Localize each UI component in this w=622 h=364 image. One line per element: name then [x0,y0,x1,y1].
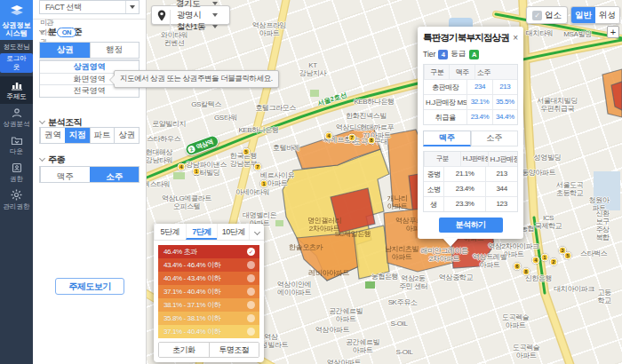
map-mode-switch: 일반 위성 [570,6,620,24]
summary-row: H.J판매장 MS 32.1% 35.5% [424,94,517,109]
chevron-down-icon [39,118,45,124]
chevron-down-icon [125,1,139,13]
analyze-button[interactable]: 분석하기 [439,218,503,233]
chart-icon [11,80,23,91]
person-pin-icon [11,107,23,118]
select-dropdown[interactable]: FACT 선택 [39,0,140,14]
org-button[interactable]: 지점 [65,128,90,143]
legend-radio[interactable]: ✓ [247,248,255,256]
org-buttons: 권역 지점 파트 상권 [39,127,140,144]
legend-range-row[interactable]: 35.8% - 38.1% 이하 ✓ [158,312,259,325]
detail-header-cell: H.J판매장 [488,152,517,166]
liquor-detail-tab[interactable]: 소주 [471,131,519,146]
org-button[interactable]: 권역 [40,128,65,143]
district-title: 특판경기북부지점상권 [423,32,509,44]
legend-radio[interactable]: ✓ [247,328,255,336]
chevron-down-icon [39,155,45,162]
legend-range-row[interactable]: 40.4% - 43.4% 이하 ✓ [158,272,259,285]
org-button[interactable]: 상권 [114,128,139,143]
sidebar-item-admin[interactable]: 관리권한 [0,186,33,214]
download-folder-icon [11,135,23,146]
permission-icon [11,162,23,173]
legend-range-row[interactable]: 37.1% - 40.4% 이하 ✓ [158,325,259,338]
legend-radio[interactable]: ✓ [247,301,255,309]
sidebar-item-label: 관리권한 [4,202,30,211]
logout-button[interactable]: 로그아웃 [0,53,33,73]
legend-range-row[interactable]: 38.1% - 37.1% 이하 ✓ [158,298,259,312]
sidebar-item-thememap[interactable]: 주제도 [0,76,33,104]
legend-panel: 5단계 7단계 10단계 46.4% 초과 ✓ 43.4% - 46.4% 이하… [154,224,264,362]
legend-range-row[interactable]: 37.1% - 40.4% 이하 ✓ [158,285,259,298]
sidebar-item-label: 권한 [10,175,23,184]
legend-step-tab[interactable]: 10단계 [217,224,249,240]
app-logo[interactable]: 상권정보 시스템 [0,0,33,40]
map-hint-tooltip: 지도에서 상권 또는 상권주변을 더블클릭하세요. [114,70,279,88]
park-area [365,281,375,289]
app-window: 역삼프라임 아파트 와이타워 컨벤션 KT 강남지사 GS칼텍스 GS타워 호텔… [0,0,622,364]
summary-header-cell: 맥주 [449,65,474,79]
park-area [310,90,319,97]
summary-row: 취급율 23.4% 34.4% [424,109,517,124]
summary-header-cell: 소주 [474,65,492,79]
business-toggle-button[interactable]: ✓ 업소 [526,6,568,24]
opacity-button[interactable]: 투명조절 [209,343,259,357]
org-button[interactable]: 파트 [90,128,115,143]
app-title: 상권정보 시스템 [1,21,32,37]
region-dropdown[interactable]: 철산1동 [170,21,224,33]
detail-header-cell: 구분 [424,152,460,166]
tier-grade-row: Tier 4 등급 A [423,49,518,59]
zoom-in-button[interactable]: + [607,26,619,38]
legend-radio[interactable]: ✓ [247,261,255,269]
app-sidebar: 상권정보 시스템 정도전님 로그아웃 주제도 상권분석 다운 [0,0,33,364]
park-area [275,220,283,226]
liquor-button[interactable]: 맥주 [40,167,90,182]
section-analysis-standard[interactable]: 분석기준 미관리상권 ON [40,26,82,38]
legend-radio[interactable]: ✓ [247,288,255,296]
sidebar-item-label: 주제도 [6,92,27,101]
liquor-button[interactable]: 소주 [90,167,140,182]
gear-icon [11,189,22,201]
section-liquor[interactable]: 주종 [40,154,65,166]
liquor-detail-tabs: 맥주 소주 [423,131,518,146]
username: 정도전님 [0,43,33,51]
close-icon[interactable]: × [513,34,518,43]
legend-range-row[interactable]: 43.4% - 46.4% 이하 ✓ [158,258,259,272]
legend-collapse-button[interactable] [249,224,264,240]
legend-radio[interactable]: ✓ [247,274,255,282]
sidebar-item-permission[interactable]: 권한 [0,159,33,186]
detail-header-cell: H.J판매장MS [460,152,488,166]
detail-table: 구분 H.J판매장MS H.J판매장 중병 21.1% 213 소병 23.4%… [423,151,518,212]
region-select-bar: 경기도 광명시 철산1동 [151,5,230,25]
on-toggle-pill[interactable]: ON [57,28,76,37]
region-dropdown[interactable]: 광명시 [170,10,224,21]
legend-range-row[interactable]: 46.4% 초과 ✓ [158,245,259,258]
map-type-controls: ✓ 업소 일반 위성 [526,6,620,24]
sidebar-item-analysis[interactable]: 상권분석 [0,104,33,131]
grade-badge: A [469,50,479,59]
legend-radio[interactable]: ✓ [247,314,255,322]
view-thememap-button[interactable]: 주제도보기 [55,278,124,295]
chevron-down-icon [212,2,218,5]
sidebar-item-label: 상권분석 [4,120,30,129]
region-dropdown[interactable]: 경기도 [170,0,224,10]
legend-rows: 46.4% 초과 ✓ 43.4% - 46.4% 이하 ✓ 40.4% - 43… [158,245,259,338]
tier-badge: 4 [438,50,448,59]
legend-step-tab[interactable]: 7단계 [186,224,218,240]
district-info-panel: 특판경기북부지점상권 × Tier 4 등급 A 구분 맥주 소주 총판매장 2… [418,27,523,239]
filter-panel: 기준월 2018년 03월 분석기준 미관리상권 ON 상권 행정 상권영역 화… [33,0,147,364]
legend-step-tab[interactable]: 5단계 [154,224,186,240]
summary-row: 총판매장 234 213 [424,79,517,94]
park-area [173,172,185,179]
chevron-down-icon [253,228,259,234]
map-mode-button[interactable]: 일반 [571,7,595,23]
chevron-down-icon [212,13,218,17]
reset-button[interactable]: 초기화 [159,343,209,357]
map-mode-button[interactable]: 위성 [595,7,619,23]
checkbox-icon[interactable]: ✓ [532,11,542,20]
sidebar-item-download[interactable]: 다운 [0,131,33,159]
standard-tab[interactable]: 상권 [40,43,90,58]
standard-tab[interactable]: 행정 [90,43,140,58]
liquor-detail-tab[interactable]: 맥주 [423,131,471,146]
sidebar-item-label: 다운 [10,147,23,156]
location-pin-icon [157,10,166,21]
